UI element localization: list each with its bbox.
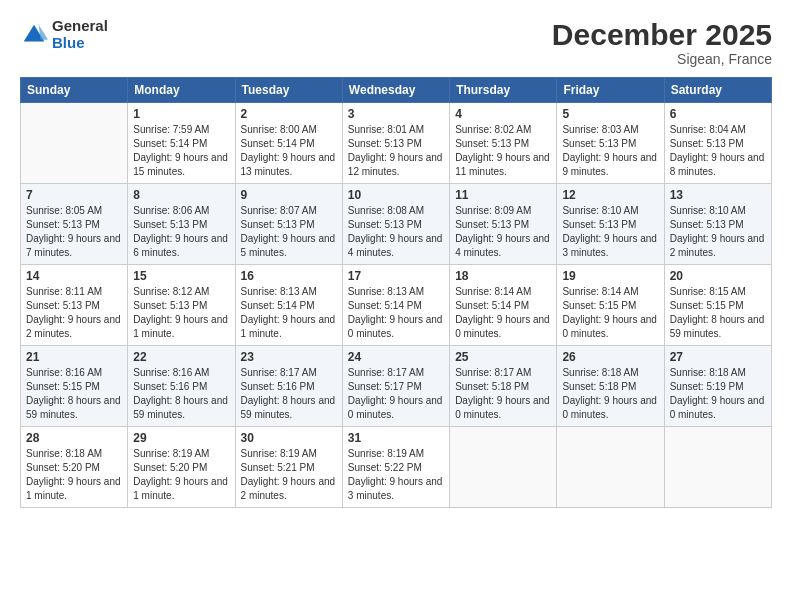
day-info: Sunrise: 8:17 AM Sunset: 5:16 PM Dayligh… xyxy=(241,366,337,422)
calendar-day-cell: 8Sunrise: 8:06 AM Sunset: 5:13 PM Daylig… xyxy=(128,184,235,265)
calendar-day-cell xyxy=(21,103,128,184)
day-info: Sunrise: 8:16 AM Sunset: 5:16 PM Dayligh… xyxy=(133,366,229,422)
calendar-day-cell: 31Sunrise: 8:19 AM Sunset: 5:22 PM Dayli… xyxy=(342,427,449,508)
calendar-day-cell: 11Sunrise: 8:09 AM Sunset: 5:13 PM Dayli… xyxy=(450,184,557,265)
day-number: 28 xyxy=(26,431,122,445)
day-number: 29 xyxy=(133,431,229,445)
day-info: Sunrise: 8:06 AM Sunset: 5:13 PM Dayligh… xyxy=(133,204,229,260)
day-info: Sunrise: 8:03 AM Sunset: 5:13 PM Dayligh… xyxy=(562,123,658,179)
day-info: Sunrise: 7:59 AM Sunset: 5:14 PM Dayligh… xyxy=(133,123,229,179)
day-info: Sunrise: 8:19 AM Sunset: 5:22 PM Dayligh… xyxy=(348,447,444,503)
day-number: 4 xyxy=(455,107,551,121)
day-number: 11 xyxy=(455,188,551,202)
calendar-week-row: 28Sunrise: 8:18 AM Sunset: 5:20 PM Dayli… xyxy=(21,427,772,508)
day-number: 19 xyxy=(562,269,658,283)
calendar-day-cell xyxy=(664,427,771,508)
day-info: Sunrise: 8:17 AM Sunset: 5:18 PM Dayligh… xyxy=(455,366,551,422)
day-number: 10 xyxy=(348,188,444,202)
title-block: December 2025 Sigean, France xyxy=(552,18,772,67)
day-number: 21 xyxy=(26,350,122,364)
logo-icon xyxy=(20,21,48,49)
day-number: 18 xyxy=(455,269,551,283)
day-info: Sunrise: 8:13 AM Sunset: 5:14 PM Dayligh… xyxy=(241,285,337,341)
calendar-day-header: Tuesday xyxy=(235,78,342,103)
day-info: Sunrise: 8:10 AM Sunset: 5:13 PM Dayligh… xyxy=(670,204,766,260)
calendar-day-cell: 7Sunrise: 8:05 AM Sunset: 5:13 PM Daylig… xyxy=(21,184,128,265)
calendar-day-cell xyxy=(557,427,664,508)
day-info: Sunrise: 8:18 AM Sunset: 5:20 PM Dayligh… xyxy=(26,447,122,503)
day-number: 2 xyxy=(241,107,337,121)
calendar-header-row: SundayMondayTuesdayWednesdayThursdayFrid… xyxy=(21,78,772,103)
calendar-day-cell xyxy=(450,427,557,508)
calendar-day-cell: 20Sunrise: 8:15 AM Sunset: 5:15 PM Dayli… xyxy=(664,265,771,346)
day-info: Sunrise: 8:07 AM Sunset: 5:13 PM Dayligh… xyxy=(241,204,337,260)
calendar-day-cell: 1Sunrise: 7:59 AM Sunset: 5:14 PM Daylig… xyxy=(128,103,235,184)
calendar-day-cell: 28Sunrise: 8:18 AM Sunset: 5:20 PM Dayli… xyxy=(21,427,128,508)
day-info: Sunrise: 8:00 AM Sunset: 5:14 PM Dayligh… xyxy=(241,123,337,179)
logo: General Blue xyxy=(20,18,108,51)
day-number: 26 xyxy=(562,350,658,364)
day-number: 8 xyxy=(133,188,229,202)
day-info: Sunrise: 8:16 AM Sunset: 5:15 PM Dayligh… xyxy=(26,366,122,422)
calendar-day-header: Monday xyxy=(128,78,235,103)
calendar-day-header: Saturday xyxy=(664,78,771,103)
logo-general-text: General xyxy=(52,18,108,35)
day-info: Sunrise: 8:14 AM Sunset: 5:15 PM Dayligh… xyxy=(562,285,658,341)
calendar-day-cell: 30Sunrise: 8:19 AM Sunset: 5:21 PM Dayli… xyxy=(235,427,342,508)
day-info: Sunrise: 8:05 AM Sunset: 5:13 PM Dayligh… xyxy=(26,204,122,260)
day-number: 22 xyxy=(133,350,229,364)
calendar-day-cell: 12Sunrise: 8:10 AM Sunset: 5:13 PM Dayli… xyxy=(557,184,664,265)
day-info: Sunrise: 8:14 AM Sunset: 5:14 PM Dayligh… xyxy=(455,285,551,341)
day-info: Sunrise: 8:01 AM Sunset: 5:13 PM Dayligh… xyxy=(348,123,444,179)
calendar-day-cell: 19Sunrise: 8:14 AM Sunset: 5:15 PM Dayli… xyxy=(557,265,664,346)
day-number: 15 xyxy=(133,269,229,283)
calendar-day-cell: 29Sunrise: 8:19 AM Sunset: 5:20 PM Dayli… xyxy=(128,427,235,508)
calendar-day-cell: 14Sunrise: 8:11 AM Sunset: 5:13 PM Dayli… xyxy=(21,265,128,346)
calendar-day-header: Wednesday xyxy=(342,78,449,103)
day-number: 7 xyxy=(26,188,122,202)
day-number: 31 xyxy=(348,431,444,445)
day-info: Sunrise: 8:11 AM Sunset: 5:13 PM Dayligh… xyxy=(26,285,122,341)
day-number: 1 xyxy=(133,107,229,121)
calendar-table: SundayMondayTuesdayWednesdayThursdayFrid… xyxy=(20,77,772,508)
page: General Blue December 2025 Sigean, Franc… xyxy=(0,0,792,612)
main-title: December 2025 xyxy=(552,18,772,51)
day-number: 12 xyxy=(562,188,658,202)
day-number: 3 xyxy=(348,107,444,121)
day-number: 14 xyxy=(26,269,122,283)
day-info: Sunrise: 8:13 AM Sunset: 5:14 PM Dayligh… xyxy=(348,285,444,341)
day-info: Sunrise: 8:10 AM Sunset: 5:13 PM Dayligh… xyxy=(562,204,658,260)
day-info: Sunrise: 8:19 AM Sunset: 5:21 PM Dayligh… xyxy=(241,447,337,503)
calendar-day-cell: 21Sunrise: 8:16 AM Sunset: 5:15 PM Dayli… xyxy=(21,346,128,427)
day-info: Sunrise: 8:15 AM Sunset: 5:15 PM Dayligh… xyxy=(670,285,766,341)
calendar-day-cell: 3Sunrise: 8:01 AM Sunset: 5:13 PM Daylig… xyxy=(342,103,449,184)
calendar-day-cell: 15Sunrise: 8:12 AM Sunset: 5:13 PM Dayli… xyxy=(128,265,235,346)
day-info: Sunrise: 8:18 AM Sunset: 5:18 PM Dayligh… xyxy=(562,366,658,422)
day-info: Sunrise: 8:08 AM Sunset: 5:13 PM Dayligh… xyxy=(348,204,444,260)
day-number: 17 xyxy=(348,269,444,283)
calendar-day-cell: 23Sunrise: 8:17 AM Sunset: 5:16 PM Dayli… xyxy=(235,346,342,427)
day-info: Sunrise: 8:18 AM Sunset: 5:19 PM Dayligh… xyxy=(670,366,766,422)
day-number: 16 xyxy=(241,269,337,283)
calendar-day-cell: 16Sunrise: 8:13 AM Sunset: 5:14 PM Dayli… xyxy=(235,265,342,346)
calendar-day-cell: 24Sunrise: 8:17 AM Sunset: 5:17 PM Dayli… xyxy=(342,346,449,427)
calendar-day-header: Friday xyxy=(557,78,664,103)
calendar-week-row: 21Sunrise: 8:16 AM Sunset: 5:15 PM Dayli… xyxy=(21,346,772,427)
subtitle: Sigean, France xyxy=(552,51,772,67)
calendar-week-row: 7Sunrise: 8:05 AM Sunset: 5:13 PM Daylig… xyxy=(21,184,772,265)
day-info: Sunrise: 8:04 AM Sunset: 5:13 PM Dayligh… xyxy=(670,123,766,179)
calendar-week-row: 14Sunrise: 8:11 AM Sunset: 5:13 PM Dayli… xyxy=(21,265,772,346)
calendar-day-cell: 22Sunrise: 8:16 AM Sunset: 5:16 PM Dayli… xyxy=(128,346,235,427)
day-number: 27 xyxy=(670,350,766,364)
calendar-day-cell: 6Sunrise: 8:04 AM Sunset: 5:13 PM Daylig… xyxy=(664,103,771,184)
day-number: 24 xyxy=(348,350,444,364)
calendar-day-cell: 4Sunrise: 8:02 AM Sunset: 5:13 PM Daylig… xyxy=(450,103,557,184)
day-number: 9 xyxy=(241,188,337,202)
calendar-day-cell: 5Sunrise: 8:03 AM Sunset: 5:13 PM Daylig… xyxy=(557,103,664,184)
day-number: 13 xyxy=(670,188,766,202)
calendar-day-cell: 18Sunrise: 8:14 AM Sunset: 5:14 PM Dayli… xyxy=(450,265,557,346)
calendar-day-cell: 27Sunrise: 8:18 AM Sunset: 5:19 PM Dayli… xyxy=(664,346,771,427)
calendar-day-cell: 2Sunrise: 8:00 AM Sunset: 5:14 PM Daylig… xyxy=(235,103,342,184)
day-info: Sunrise: 8:02 AM Sunset: 5:13 PM Dayligh… xyxy=(455,123,551,179)
header: General Blue December 2025 Sigean, Franc… xyxy=(20,18,772,67)
